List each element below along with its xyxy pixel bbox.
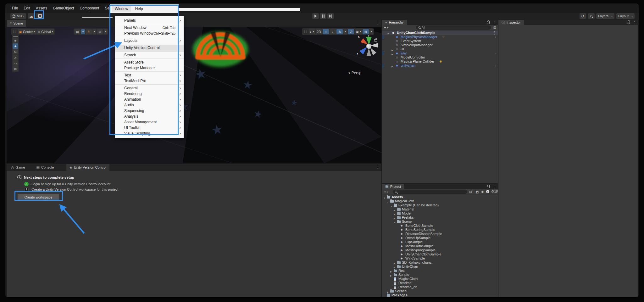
project-row-meshspringsample[interactable]: ◈MeshSpringSample	[382, 248, 498, 252]
menu-item-analysis[interactable]: Analysis›	[115, 114, 184, 119]
menu-item-rendering[interactable]: Rendering›	[115, 91, 184, 97]
layers-dropdown[interactable]: Layers ▾	[596, 13, 614, 19]
project-row-example-can-be-deleted[interactable]: ▼Example (Can be deleted)	[382, 203, 498, 207]
snap-move-button[interactable]: ⇄	[97, 29, 103, 34]
project-row-sd-kohaku-chanz[interactable]: ▶SD_Kohaku_chanz	[382, 260, 498, 265]
cloud-services-button[interactable]: ☁	[28, 13, 35, 19]
menu-item-component[interactable]: Component	[77, 3, 102, 13]
project-row-flipsample[interactable]: ◈FlipSample	[382, 240, 498, 244]
project-row-readme[interactable]: Readme	[382, 281, 498, 285]
hierarchy-row-magica-plane-collider[interactable]: ◇Magica Plane Collider◉	[382, 59, 498, 64]
project-search-field[interactable]	[393, 190, 467, 194]
gizmos-dropdown[interactable]: ▾	[369, 29, 373, 34]
hierarchy-row-ui[interactable]: ▶◇UI	[382, 47, 498, 51]
menu-item-gameobject[interactable]: GameObject	[50, 3, 77, 13]
menu-item-text[interactable]: Text›	[115, 72, 184, 78]
menu-item-previous-window[interactable]: Previous WindowCtrl+Shift+Tab	[115, 31, 184, 36]
hierarchy-row-magicaphysicsmanager[interactable]: ◆MagicaPhysicsManager☆›	[382, 35, 498, 39]
tab-console[interactable]: ▤ Console	[33, 164, 57, 171]
project-row-dressupsample[interactable]: ◈DressUpSample	[382, 236, 498, 240]
project-row-magicacloth[interactable]: ▼MagicaCloth	[382, 199, 498, 203]
audio-mute-button[interactable]: ♪	[330, 29, 336, 34]
hierarchy-row-unitychan[interactable]: ▶◆unitychan›	[382, 64, 498, 68]
panel-menu-icon[interactable]: ⋮	[492, 185, 496, 189]
asset-picker-icon[interactable]: ⊡	[469, 190, 472, 194]
info-icon[interactable]: !	[486, 190, 489, 193]
menu-item-asset-store[interactable]: Asset Store	[115, 59, 184, 65]
hierarchy-row-unitychanclothsample[interactable]: ▼◈UnityChanClothSample⋮	[382, 31, 498, 35]
project-row-prefabs[interactable]: ▶Prefabs	[382, 215, 498, 220]
menu-item-edit[interactable]: Edit	[21, 3, 33, 13]
rect-tool[interactable]: ▭	[13, 60, 18, 66]
2d-toggle-button[interactable]: 2D	[316, 29, 322, 34]
tab-inspector[interactable]: ⓘ Inspector	[498, 20, 524, 25]
panel-menu-icon[interactable]: ⋮	[492, 21, 496, 25]
projection-label[interactable]: < Persp	[348, 71, 361, 75]
pivot-mode-dropdown[interactable]: ▣ Center▾	[18, 29, 36, 34]
view-hand-tool[interactable]: ∗	[13, 38, 18, 43]
transform-tool[interactable]: ⊕	[13, 66, 18, 71]
effects-button[interactable]: ※	[336, 29, 343, 34]
tab-scene[interactable]: # Scene	[7, 20, 26, 27]
menu-item-file[interactable]: File	[9, 3, 21, 13]
layout-dropdown[interactable]: Layout ▾	[616, 13, 635, 19]
shading-mode-dropdown[interactable]: ◐▾	[309, 29, 315, 34]
hierarchy-row-env[interactable]: ▶◆Env›	[382, 51, 498, 55]
gizmo-lock-icon[interactable]	[374, 39, 377, 42]
snap-increment-dropdown[interactable]: ▾	[92, 29, 96, 34]
scene-viewport[interactable]: ★ ★ ★ ★ ★ ★ ★	[7, 27, 381, 163]
expand-arrow-icon[interactable]: ▶	[391, 64, 393, 69]
panel-menu-icon[interactable]: ⋮	[376, 165, 380, 169]
panel-menu-icon[interactable]: ⋮	[633, 21, 636, 25]
create-button[interactable]: +▾	[384, 190, 388, 194]
menu-item-general[interactable]: General›	[115, 85, 184, 91]
search-button[interactable]	[588, 13, 595, 19]
project-row-unitychanclothsample[interactable]: ◈UnityChanClothSample	[382, 252, 498, 256]
menu-item-unity-version-control[interactable]: Unity Version Control	[115, 45, 184, 51]
menu-item-assets[interactable]: Assets	[33, 3, 50, 13]
hierarchy-row-modelcontroller[interactable]: ◇ModelController	[382, 55, 498, 59]
search-by-type-icon[interactable]: ◩	[475, 190, 479, 194]
snap-move-dropdown[interactable]: ▾	[104, 29, 108, 34]
rotate-tool[interactable]: ↻	[13, 49, 18, 54]
lock-icon[interactable]	[487, 22, 490, 24]
hidden-count-button[interactable]: ∅18	[491, 190, 498, 193]
project-row-bonespringsample[interactable]: ◈BoneSpringSample	[382, 228, 498, 232]
create-workspace-button[interactable]: Create workspace	[18, 194, 59, 201]
project-row-windsample[interactable]: ◈WindSample	[382, 256, 498, 260]
account-button[interactable]: MB ▾	[10, 13, 26, 19]
gizmos-button[interactable]: ⊕	[363, 29, 369, 34]
hierarchy-row-simpleinputmanager[interactable]: ◇SimpleInputManager	[382, 43, 498, 47]
menu-item-sequencing[interactable]: Sequencing›	[115, 108, 184, 114]
row-menu-icon[interactable]: ⋮	[493, 31, 496, 35]
search-by-label-icon[interactable]: ◆	[481, 190, 484, 194]
project-row-scene[interactable]: ▼Scene	[382, 220, 498, 224]
menu-item-visual-scripting[interactable]: Visual Scripting›	[115, 131, 184, 136]
hidden-objects-button[interactable]: ∅	[348, 29, 354, 34]
project-row-magicacloth[interactable]: MagicaCloth	[382, 277, 498, 281]
version-control-settings-button[interactable]	[36, 13, 43, 19]
menu-item-window[interactable]: Window	[112, 6, 131, 12]
project-row-scripts[interactable]: ▶Scripts	[382, 273, 498, 277]
menu-item-textmeshpro[interactable]: TextMeshPro›	[115, 78, 184, 84]
play-button[interactable]	[312, 13, 319, 19]
lock-icon[interactable]	[627, 22, 630, 24]
effects-dropdown[interactable]: ▾	[343, 29, 347, 34]
menu-item-help[interactable]: Help	[133, 6, 146, 12]
row-chevron-icon[interactable]: ›	[495, 51, 496, 55]
menu-item-ui-toolkit[interactable]: UI Toolkit›	[115, 125, 184, 131]
project-row-model[interactable]: ▶Model	[382, 211, 498, 215]
tab-game[interactable]: ◎ Game	[8, 164, 28, 171]
orientation-dropdown[interactable]: ⊕ Global▾	[36, 29, 54, 34]
step-button[interactable]	[327, 13, 334, 19]
menu-item-asset-management[interactable]: Asset Management›	[115, 119, 184, 125]
hierarchy-search-field[interactable]: All	[416, 25, 491, 30]
scene-lighting-button[interactable]: ☼	[323, 29, 329, 34]
menu-item-next-window[interactable]: Next WindowCtrl+Tab	[115, 25, 184, 31]
tab-hierarchy[interactable]: ≡ Hierarchy	[382, 20, 407, 25]
menu-item-package-manager[interactable]: Package Manager	[115, 65, 184, 71]
menu-item-search[interactable]: Search›	[115, 52, 184, 58]
scale-tool[interactable]: ⇗	[13, 55, 18, 60]
create-button[interactable]: +▾	[384, 25, 388, 30]
menu-item-audio[interactable]: Audio›	[115, 102, 184, 108]
